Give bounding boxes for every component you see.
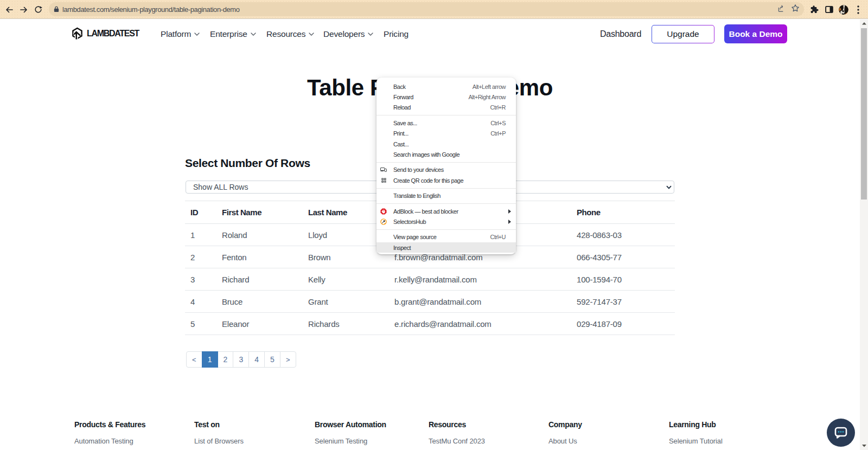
back-arrow-icon bbox=[5, 5, 14, 14]
browser-menu-icon[interactable] bbox=[856, 0, 860, 19]
menu-item-adblock[interactable]: AdBlock — best ad blocker bbox=[376, 206, 516, 216]
scrollbar bbox=[860, 20, 868, 450]
menu-item-save-as[interactable]: Save as... Ctrl+S bbox=[376, 118, 516, 128]
footer-heading: Resources bbox=[429, 420, 485, 429]
dashboard-link[interactable]: Dashboard bbox=[600, 29, 641, 39]
nav-pricing[interactable]: Pricing bbox=[384, 29, 409, 40]
cell-first-name: Roland bbox=[216, 224, 303, 246]
nav-enterprise[interactable]: Enterprise bbox=[210, 29, 256, 40]
logo-text: LAMBDATEST bbox=[87, 29, 139, 38]
scrollbar-thumb[interactable] bbox=[861, 28, 867, 200]
cell-id: 5 bbox=[185, 313, 216, 335]
pagination-page-2[interactable]: 2 bbox=[218, 351, 234, 368]
extensions-puzzle-icon[interactable] bbox=[809, 0, 819, 19]
pagination-page-4[interactable]: 4 bbox=[248, 351, 265, 368]
cell-first-name: Fenton bbox=[216, 246, 303, 268]
lambdatest-logo-icon bbox=[72, 27, 83, 40]
scrollbar-down-arrow[interactable] bbox=[860, 442, 868, 450]
scrollbar-up-arrow[interactable] bbox=[860, 20, 868, 28]
reload-icon bbox=[34, 5, 42, 14]
select-caret-icon bbox=[664, 185, 674, 189]
pagination-page-3[interactable]: 3 bbox=[233, 351, 249, 368]
menu-item-back[interactable]: Back Alt+Left arrow bbox=[376, 81, 516, 92]
chat-widget-button[interactable] bbox=[827, 419, 855, 447]
footer-heading: Learning Hub bbox=[669, 420, 723, 429]
menu-separator bbox=[376, 229, 516, 230]
menu-item-reload[interactable]: Reload Ctrl+R bbox=[376, 102, 516, 113]
browser-back-button[interactable] bbox=[2, 0, 16, 19]
profile-avatar[interactable] bbox=[839, 5, 848, 15]
menu-separator bbox=[376, 162, 516, 163]
url-text[interactable]: lambdatest.com/selenium-playground/table… bbox=[62, 5, 240, 14]
qr-code-icon bbox=[380, 177, 387, 184]
site-header: LAMBDATEST Platform Enterprise Resources… bbox=[0, 20, 860, 74]
menu-item-print[interactable]: Print... Ctrl+P bbox=[376, 128, 516, 139]
menu-separator bbox=[376, 188, 516, 189]
footer-link[interactable]: List of Browsers bbox=[194, 437, 244, 445]
share-icon[interactable] bbox=[777, 4, 786, 15]
footer-heading: Company bbox=[548, 420, 582, 429]
menu-item-create-qr[interactable]: Create QR code for this page bbox=[376, 175, 516, 185]
pagination-next[interactable]: > bbox=[280, 351, 296, 368]
nav-developers[interactable]: Developers bbox=[323, 29, 373, 40]
menu-item-translate[interactable]: Translate to English bbox=[376, 191, 516, 201]
select-rows-label: Select Number Of Rows bbox=[185, 157, 310, 170]
col-header-first-name: First Name bbox=[216, 201, 303, 224]
side-panel-icon[interactable] bbox=[825, 0, 834, 19]
pagination: < 1 2 3 4 5 > bbox=[186, 351, 296, 368]
menu-item-cast[interactable]: Cast... bbox=[376, 139, 516, 149]
chevron-down-icon bbox=[251, 33, 256, 36]
chevron-down-icon bbox=[368, 33, 373, 36]
cell-id: 1 bbox=[185, 224, 216, 246]
menu-item-inspect[interactable]: Inspect bbox=[376, 242, 516, 253]
menu-item-selectorshub[interactable]: SelectorsHub bbox=[376, 216, 516, 227]
book-demo-button[interactable]: Book a Demo bbox=[724, 24, 787, 43]
cell-phone: 100-1594-70 bbox=[571, 268, 675, 291]
browser-reload-button[interactable] bbox=[31, 0, 46, 19]
footer-col-company: Company About Us bbox=[548, 420, 582, 445]
cell-id: 2 bbox=[185, 246, 216, 268]
col-header-phone: Phone bbox=[571, 201, 675, 224]
cell-phone: 592-7147-37 bbox=[571, 291, 675, 313]
cell-last-name: Richards bbox=[303, 313, 389, 335]
menu-item-forward[interactable]: Forward Alt+Right Arrow bbox=[376, 92, 516, 102]
address-bar[interactable]: lambdatest.com/selenium-playground/table… bbox=[49, 2, 804, 16]
pagination-prev[interactable]: < bbox=[186, 351, 202, 368]
footer-col-test-on: Test on List of Browsers bbox=[194, 420, 244, 445]
footer-link[interactable]: TestMu Conf 2023 bbox=[429, 437, 485, 445]
footer-link[interactable]: About Us bbox=[548, 437, 582, 445]
table-row: 4 Bruce Grant b.grant@randatmail.com 592… bbox=[185, 291, 675, 313]
cell-id: 3 bbox=[185, 268, 216, 291]
chevron-down-icon bbox=[194, 33, 200, 36]
cell-phone: 029-4187-09 bbox=[571, 313, 675, 335]
footer-link[interactable]: Automation Testing bbox=[74, 437, 145, 445]
cell-phone: 066-4305-77 bbox=[571, 246, 675, 268]
footer-link[interactable]: Selenium Tutorial bbox=[669, 437, 723, 445]
cell-last-name: Kelly bbox=[303, 268, 389, 291]
lambdatest-logo[interactable]: LAMBDATEST bbox=[72, 27, 139, 40]
selectorshub-icon bbox=[380, 218, 387, 225]
lock-icon[interactable] bbox=[54, 6, 59, 12]
footer-col-learning-hub: Learning Hub Selenium Tutorial bbox=[669, 420, 723, 445]
select-value: Show ALL Rows bbox=[193, 183, 248, 191]
bookmark-star-icon[interactable] bbox=[791, 4, 800, 15]
upgrade-button[interactable]: Upgrade bbox=[652, 25, 714, 43]
omnibox-actions bbox=[777, 2, 800, 16]
cell-id: 4 bbox=[185, 291, 216, 313]
nav-platform[interactable]: Platform bbox=[161, 29, 200, 40]
footer-col-browser-automation: Browser Automation Selenium Testing bbox=[315, 420, 386, 445]
cell-email: e.richards@randatmail.com bbox=[389, 313, 571, 335]
nav-resources[interactable]: Resources bbox=[266, 29, 314, 40]
menu-item-send-to-devices[interactable]: Send to your devices bbox=[376, 165, 516, 175]
table-row: 3 Richard Kelly r.kelly@randatmail.com 1… bbox=[185, 268, 675, 291]
cell-first-name: Eleanor bbox=[216, 313, 303, 335]
menu-item-search-images[interactable]: Search images with Google bbox=[376, 149, 516, 159]
pagination-page-1[interactable]: 1 bbox=[202, 351, 218, 368]
menu-item-view-source[interactable]: View page source Ctrl+U bbox=[376, 232, 516, 242]
browser-toolbar: lambdatest.com/selenium-playground/table… bbox=[0, 0, 868, 19]
pagination-page-5[interactable]: 5 bbox=[264, 351, 280, 368]
browser-forward-button[interactable] bbox=[16, 0, 31, 19]
devices-icon bbox=[380, 166, 387, 173]
footer-link[interactable]: Selenium Testing bbox=[315, 437, 386, 445]
menu-separator bbox=[376, 203, 516, 204]
